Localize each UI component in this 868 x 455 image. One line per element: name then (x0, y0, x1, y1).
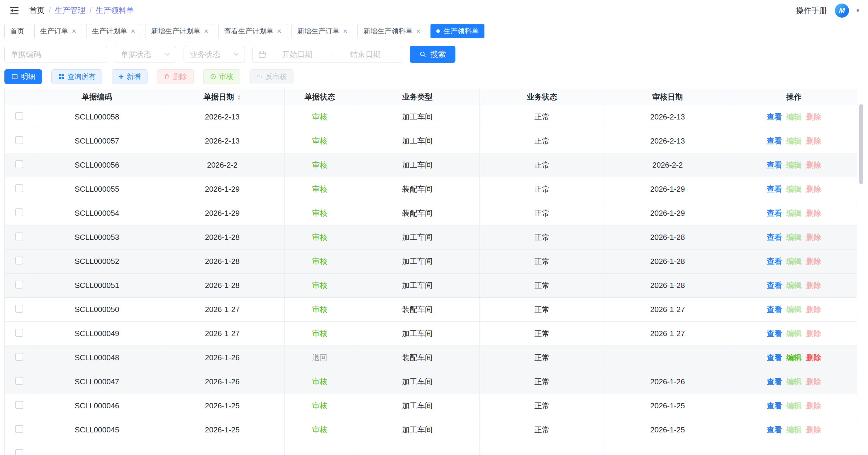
edit-link[interactable]: 编辑 (786, 280, 802, 291)
delete-button[interactable]: 删除 (157, 69, 194, 84)
search-button[interactable]: 搜索 (410, 46, 456, 63)
tab-close-icon[interactable]: × (277, 27, 281, 35)
view-link[interactable]: 查看 (767, 184, 782, 194)
doc-status-select[interactable]: 单据状态 (115, 46, 176, 63)
row-checkbox[interactable] (15, 401, 23, 409)
edit-link[interactable]: 编辑 (786, 232, 802, 243)
tab-close-icon[interactable]: × (204, 27, 208, 35)
delete-link[interactable]: 删除 (806, 401, 822, 411)
page-tab[interactable]: 新增生产订单 × (291, 24, 353, 38)
cell-biz-status: 正常 (480, 394, 604, 418)
edit-link[interactable]: 编辑 (786, 256, 802, 266)
delete-link[interactable]: 删除 (806, 136, 822, 146)
vertical-scrollbar-thumb[interactable] (859, 104, 863, 184)
edit-link[interactable]: 编辑 (786, 112, 802, 122)
delete-link[interactable]: 删除 (806, 305, 822, 315)
caret-down-icon[interactable]: ▼ (237, 97, 241, 101)
row-checkbox[interactable] (15, 377, 23, 385)
row-checkbox[interactable] (15, 232, 23, 240)
page-tab[interactable]: 新增生产领料单 × (358, 24, 426, 38)
cell-operations: 查看 编辑 删除 (731, 274, 857, 298)
page-tab[interactable]: 生产订单 × (34, 24, 82, 38)
view-link[interactable]: 查看 (767, 112, 782, 122)
unaudit-button[interactable]: 反审核 (250, 69, 293, 84)
sort-icon[interactable]: ▲▼ (237, 94, 241, 101)
delete-link[interactable]: 删除 (806, 377, 822, 387)
view-link[interactable]: 查看 (767, 305, 782, 315)
view-link[interactable]: 查看 (767, 208, 782, 219)
row-checkbox[interactable] (15, 257, 23, 264)
date-range-picker[interactable]: 开始日期 - 结束日期 (252, 46, 402, 63)
delete-link[interactable]: 删除 (806, 256, 822, 266)
user-menu-dot-icon[interactable] (857, 9, 859, 12)
tab-close-icon[interactable]: × (72, 27, 76, 35)
edit-link[interactable]: 编辑 (786, 401, 802, 411)
detail-button[interactable]: 明细 (4, 69, 42, 84)
delete-link[interactable]: 删除 (806, 329, 822, 339)
edit-link[interactable]: 编辑 (786, 305, 802, 315)
operation-manual-link[interactable]: 操作手册 (796, 5, 827, 16)
edit-link[interactable]: 编辑 (786, 208, 802, 219)
add-button[interactable]: + 新增 (112, 69, 148, 84)
page-tab[interactable]: 生产领料单 (431, 24, 485, 38)
tab-close-icon[interactable]: × (343, 27, 347, 35)
table-row: SCLL000046 2026-1-25 审核 加工车间 正常 2026-1-2… (5, 394, 857, 418)
row-checkbox[interactable] (15, 449, 23, 455)
cell-doc-date: 2026-1-28 (160, 225, 285, 250)
view-link[interactable]: 查看 (767, 425, 782, 435)
breadcrumb-home[interactable]: 首页 (29, 5, 44, 16)
edit-link[interactable]: 编辑 (786, 329, 802, 339)
view-link[interactable]: 查看 (767, 256, 782, 266)
col-header-doc-date[interactable]: 单据日期▲▼ (160, 89, 285, 105)
view-link[interactable]: 查看 (767, 329, 782, 339)
audit-button[interactable]: 审核 (203, 69, 240, 84)
page-tab[interactable]: 查看生产计划单 × (218, 24, 287, 38)
query-all-button[interactable]: 查询所有 (51, 69, 102, 84)
delete-link[interactable]: 删除 (806, 232, 822, 243)
view-link[interactable]: 查看 (767, 160, 782, 170)
edit-link[interactable]: 编辑 (786, 425, 802, 435)
edit-link[interactable]: 编辑 (786, 377, 802, 387)
view-link[interactable]: 查看 (767, 232, 782, 243)
row-checkbox[interactable] (15, 136, 23, 144)
row-checkbox[interactable] (15, 208, 23, 216)
doc-code-input[interactable] (4, 46, 107, 63)
edit-link[interactable]: 编辑 (786, 160, 802, 170)
edit-link[interactable]: 编辑 (786, 184, 802, 194)
delete-link[interactable]: 删除 (806, 280, 822, 291)
breadcrumb-current-page[interactable]: 生产领料单 (96, 5, 134, 16)
tab-close-icon[interactable]: × (416, 27, 421, 35)
delete-link[interactable]: 删除 (806, 184, 822, 194)
row-checkbox[interactable] (15, 305, 23, 313)
view-link[interactable]: 查看 (767, 136, 782, 146)
edit-link[interactable]: 编辑 (786, 136, 802, 146)
view-link[interactable]: 查看 (767, 401, 782, 411)
breadcrumb-production-management[interactable]: 生产管理 (55, 5, 85, 16)
tab-close-icon[interactable]: × (131, 27, 135, 35)
delete-link[interactable]: 删除 (806, 112, 822, 122)
row-checkbox[interactable] (15, 425, 23, 433)
page-tab[interactable]: 首页 (4, 24, 30, 38)
delete-link[interactable]: 删除 (806, 425, 822, 435)
row-checkbox[interactable] (15, 281, 23, 289)
sidebar-collapse-icon[interactable] (9, 4, 22, 17)
view-link[interactable]: 查看 (767, 280, 782, 291)
cell-audit-date: 2026-1-25 (604, 418, 731, 442)
row-checkbox[interactable] (15, 329, 23, 337)
row-checkbox[interactable] (15, 184, 23, 192)
view-link[interactable]: 查看 (767, 377, 782, 387)
delete-link[interactable]: 删除 (806, 208, 822, 219)
page-tab[interactable]: 新增生产计划单 × (145, 24, 214, 38)
biz-status-select[interactable]: 业务状态 (184, 46, 245, 63)
delete-link[interactable]: 删除 (806, 160, 822, 170)
view-link[interactable]: 查看 (767, 352, 782, 363)
row-checkbox[interactable] (15, 112, 23, 120)
page-tab[interactable]: 生产计划单 × (86, 24, 141, 38)
delete-link[interactable]: 删除 (806, 352, 822, 363)
user-avatar[interactable]: M (835, 3, 849, 18)
edit-link[interactable]: 编辑 (786, 352, 802, 363)
cell-operations (731, 442, 857, 455)
tab-label: 生产订单 (40, 26, 68, 36)
row-checkbox[interactable] (15, 353, 23, 361)
row-checkbox[interactable] (15, 160, 23, 168)
